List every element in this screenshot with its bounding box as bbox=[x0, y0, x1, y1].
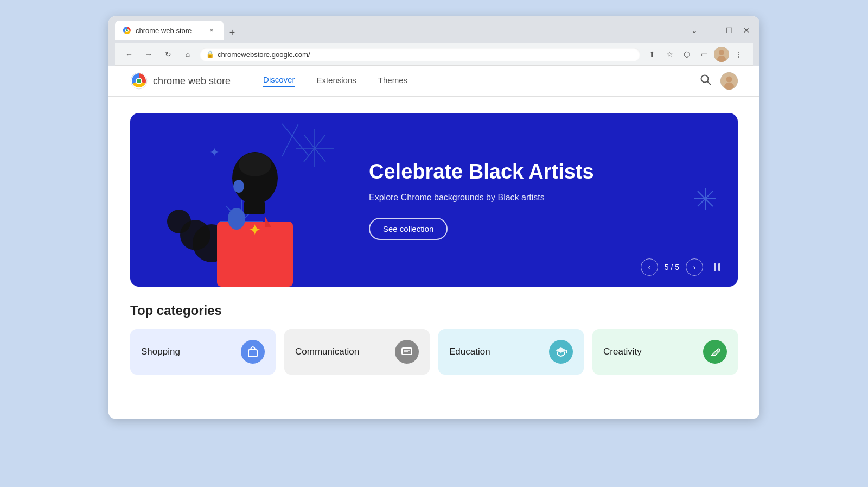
svg-text:✦: ✦ bbox=[209, 146, 219, 159]
svg-rect-38 bbox=[718, 263, 720, 271]
tab-favicon bbox=[123, 26, 131, 35]
cws-header-right bbox=[700, 72, 738, 90]
hero-content: Celebrate Black Artists Explore Chrome b… bbox=[358, 138, 738, 262]
category-education[interactable]: Education bbox=[438, 329, 584, 375]
categories-grid: Shopping Communication bbox=[130, 329, 738, 375]
nav-extensions[interactable]: Extensions bbox=[316, 75, 356, 87]
cws-nav: Discover Extensions Themes bbox=[263, 75, 407, 87]
back-button[interactable]: ← bbox=[122, 47, 137, 62]
home-button[interactable]: ⌂ bbox=[180, 47, 195, 62]
close-window-icon[interactable]: ✕ bbox=[740, 24, 753, 37]
tab-close-button[interactable]: × bbox=[207, 26, 216, 35]
title-bar: chrome web store × + ⌄ — ☐ ✕ bbox=[115, 21, 753, 40]
categories-title: Top categories bbox=[130, 303, 738, 318]
hero-title: Celebrate Black Artists bbox=[369, 160, 705, 185]
browser-profile-avatar[interactable] bbox=[714, 47, 729, 62]
tab-title: chrome web store bbox=[136, 27, 192, 35]
carousel-next-button[interactable]: › bbox=[686, 258, 703, 276]
forward-button[interactable]: → bbox=[141, 47, 156, 62]
category-shopping-label: Shopping bbox=[141, 346, 180, 357]
svg-line-10 bbox=[707, 81, 711, 85]
hero-banner: ✦ bbox=[130, 113, 738, 287]
education-icon-circle bbox=[549, 340, 573, 364]
svg-point-8 bbox=[137, 79, 141, 83]
category-creativity-label: Creativity bbox=[603, 346, 642, 357]
communication-icon-circle bbox=[395, 340, 419, 364]
browser-window: chrome web store × + ⌄ — ☐ ✕ ← → ↻ ⌂ 🔒 c… bbox=[108, 16, 760, 419]
category-shopping[interactable]: Shopping bbox=[130, 329, 276, 375]
browser-chrome: chrome web store × + ⌄ — ☐ ✕ ← → ↻ ⌂ 🔒 c… bbox=[108, 16, 760, 66]
page-content: chrome web store Discover Extensions The… bbox=[108, 66, 760, 419]
extensions-icon[interactable]: ⬡ bbox=[679, 47, 694, 62]
bookmark-icon[interactable]: ☆ bbox=[662, 47, 677, 62]
user-avatar[interactable] bbox=[720, 72, 738, 90]
svg-point-30 bbox=[233, 180, 244, 193]
cws-logo-icon bbox=[130, 72, 148, 90]
url-text: chromewebstore.google.com/ bbox=[218, 50, 310, 59]
svg-text:✦: ✦ bbox=[248, 222, 261, 238]
cws-title: chrome web store bbox=[153, 75, 231, 87]
category-education-label: Education bbox=[449, 346, 490, 357]
nav-themes[interactable]: Themes bbox=[378, 75, 407, 87]
search-icon[interactable] bbox=[700, 74, 712, 88]
svg-point-12 bbox=[726, 77, 732, 83]
svg-point-2 bbox=[126, 29, 128, 31]
menu-icon[interactable]: ⋮ bbox=[731, 47, 746, 62]
share-icon[interactable]: ⬆ bbox=[644, 47, 660, 62]
category-communication-label: Communication bbox=[295, 346, 359, 357]
dropdown-icon[interactable]: ⌄ bbox=[688, 24, 701, 37]
new-tab-button[interactable]: + bbox=[225, 25, 240, 40]
shopping-icon-circle bbox=[241, 340, 265, 364]
category-communication[interactable]: Communication bbox=[284, 329, 430, 375]
cws-header: chrome web store Discover Extensions The… bbox=[108, 66, 760, 97]
cws-logo-area: chrome web store bbox=[130, 72, 231, 90]
creativity-icon-circle bbox=[703, 340, 727, 364]
see-collection-button[interactable]: See collection bbox=[369, 218, 448, 240]
title-bar-controls: ⌄ — ☐ ✕ bbox=[688, 24, 753, 37]
carousel-pause-button[interactable] bbox=[710, 260, 725, 275]
svg-point-36 bbox=[228, 208, 245, 230]
svg-point-29 bbox=[239, 153, 271, 176]
category-creativity[interactable]: Creativity bbox=[592, 329, 738, 375]
deco-starburst-right bbox=[694, 188, 716, 212]
svg-rect-44 bbox=[402, 348, 412, 355]
carousel-controls: ‹ 5 / 5 › bbox=[641, 258, 725, 276]
svg-rect-43 bbox=[248, 350, 257, 357]
nav-discover[interactable]: Discover bbox=[263, 75, 295, 87]
address-bar-row: ← → ↻ ⌂ 🔒 chromewebstore.google.com/ ⬆ ☆… bbox=[115, 43, 753, 66]
hero-subtitle: Explore Chrome backgrounds by Black arti… bbox=[369, 193, 705, 203]
svg-point-4 bbox=[719, 50, 724, 55]
hero-section: ✦ bbox=[108, 97, 760, 303]
refresh-button[interactable]: ↻ bbox=[161, 47, 176, 62]
tabs-row: chrome web store × + bbox=[115, 21, 240, 40]
categories-section: Top categories Shopping Communication bbox=[108, 303, 760, 396]
lock-icon: 🔒 bbox=[206, 50, 214, 58]
carousel-prev-button[interactable]: ‹ bbox=[641, 258, 658, 276]
maximize-icon[interactable]: ☐ bbox=[723, 24, 736, 37]
address-bar[interactable]: 🔒 chromewebstore.google.com/ bbox=[200, 48, 640, 61]
toolbar-right: ⬆ ☆ ⬡ ▭ ⋮ bbox=[644, 47, 746, 62]
carousel-counter: 5 / 5 bbox=[665, 263, 679, 271]
hero-svg: ✦ bbox=[130, 113, 358, 287]
sidebar-icon[interactable]: ▭ bbox=[697, 47, 712, 62]
svg-rect-37 bbox=[714, 263, 716, 271]
browser-tab[interactable]: chrome web store × bbox=[115, 21, 224, 40]
minimize-icon[interactable]: — bbox=[705, 24, 718, 37]
hero-illustration: ✦ bbox=[130, 113, 358, 287]
svg-rect-31 bbox=[244, 201, 265, 214]
